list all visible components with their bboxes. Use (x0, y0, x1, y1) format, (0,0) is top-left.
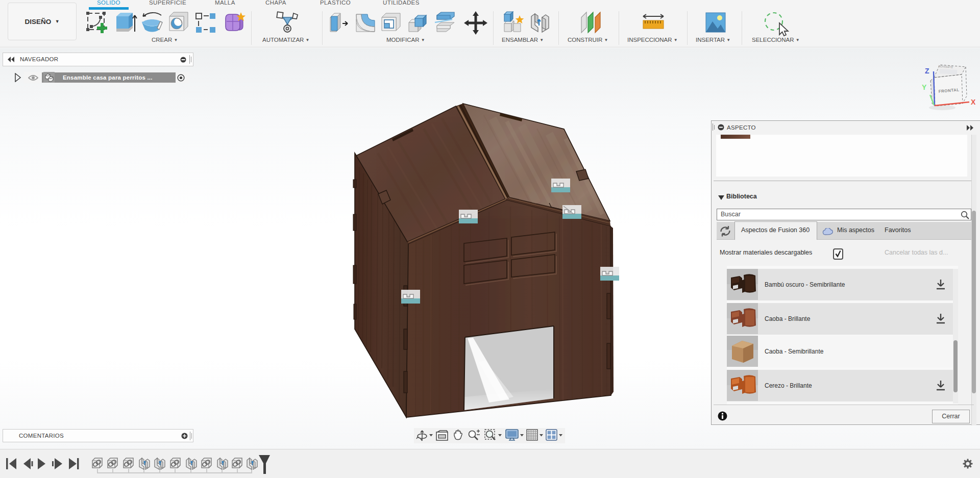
svg-text:X: X (971, 98, 976, 106)
svg-text:SUPERIOR: SUPERIOR (938, 65, 953, 69)
svg-text:Y: Y (922, 83, 927, 91)
svg-text:Z: Z (925, 67, 929, 75)
